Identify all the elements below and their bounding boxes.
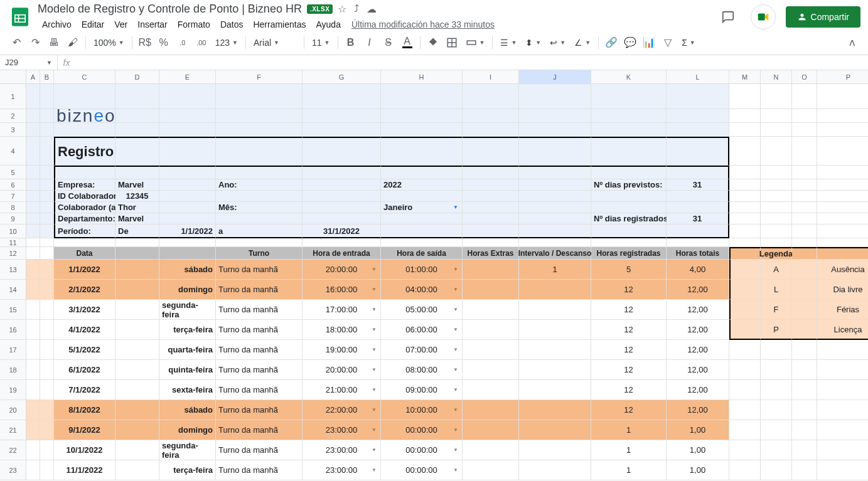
cell[interactable] <box>303 179 381 191</box>
currency-button[interactable]: R$ <box>136 34 154 51</box>
star-icon[interactable]: ☆ <box>338 3 346 15</box>
link-button[interactable]: 🔗 <box>603 34 620 51</box>
comments-icon[interactable] <box>715 4 741 29</box>
cell[interactable] <box>761 166 792 179</box>
cell[interactable] <box>463 380 519 400</box>
cell[interactable]: Janeiro▼ <box>381 202 463 213</box>
dropdown-icon[interactable]: ▼ <box>453 327 458 332</box>
cell[interactable] <box>26 400 40 420</box>
dropdown-icon[interactable]: ▼ <box>372 407 377 413</box>
cell[interactable] <box>115 340 159 360</box>
cell[interactable] <box>115 280 159 300</box>
cell[interactable] <box>519 179 591 191</box>
cell[interactable] <box>26 440 40 460</box>
cell[interactable] <box>26 280 40 300</box>
cell[interactable] <box>216 109 303 123</box>
dropdown-icon[interactable]: ▼ <box>372 467 377 473</box>
cell[interactable] <box>591 191 667 202</box>
cell[interactable] <box>792 247 817 260</box>
cell[interactable] <box>792 179 817 191</box>
cell[interactable] <box>303 213 381 225</box>
cell[interactable]: Turno da manhã <box>216 300 303 320</box>
row-header-5[interactable]: 5 <box>0 166 26 179</box>
menu-editar[interactable]: Editar <box>77 17 109 32</box>
cell[interactable] <box>729 440 761 460</box>
cell[interactable] <box>761 137 792 166</box>
cell[interactable] <box>761 360 792 380</box>
cell[interactable]: Colaborador (a): <box>54 202 115 213</box>
row-header-13[interactable]: 13 <box>0 260 26 280</box>
cell[interactable] <box>792 320 817 340</box>
cell[interactable] <box>519 320 591 340</box>
print-button[interactable]: 🖶 <box>45 34 63 51</box>
cell[interactable]: 31 <box>667 213 729 225</box>
cell[interactable]: Ano: <box>216 179 303 191</box>
meet-icon[interactable] <box>751 4 776 29</box>
dropdown-icon[interactable]: ▼ <box>453 287 458 292</box>
cell[interactable] <box>591 84 667 109</box>
cell[interactable] <box>817 202 868 213</box>
cell[interactable]: 1,00 <box>667 420 729 440</box>
cell[interactable] <box>463 191 519 202</box>
cell[interactable] <box>519 440 591 460</box>
sheet-title[interactable]: Registro de horas trabalhadas <box>54 137 115 166</box>
cell[interactable] <box>159 166 216 179</box>
cell[interactable] <box>463 460 519 480</box>
cell[interactable] <box>26 213 40 225</box>
cell[interactable] <box>26 202 40 213</box>
cell[interactable] <box>115 360 159 380</box>
dropdown-icon[interactable]: ▼ <box>453 307 458 312</box>
cell[interactable] <box>115 400 159 420</box>
cell[interactable] <box>792 420 817 440</box>
filter-button[interactable]: ▽ <box>659 34 677 51</box>
dropdown-icon[interactable]: ▼ <box>453 427 458 433</box>
cell[interactable] <box>792 191 817 202</box>
dropdown-icon[interactable]: ▼ <box>453 204 458 210</box>
cell[interactable] <box>26 238 40 247</box>
dropdown-icon[interactable]: ▼ <box>453 387 458 393</box>
cell[interactable]: 12,00 <box>667 280 729 300</box>
cell[interactable] <box>115 380 159 400</box>
cell[interactable] <box>40 280 54 300</box>
cell[interactable] <box>761 123 792 137</box>
cell[interactable]: Turno da manhã <box>216 280 303 300</box>
cell[interactable] <box>729 202 761 213</box>
cell[interactable]: 5 <box>591 260 667 280</box>
cell[interactable] <box>40 340 54 360</box>
col-header-P[interactable]: P <box>817 70 868 84</box>
cell[interactable]: Turno da manhã <box>216 360 303 380</box>
cell[interactable]: 00:00:00▼ <box>381 460 463 480</box>
dropdown-icon[interactable]: ▼ <box>453 267 458 272</box>
cell[interactable] <box>216 213 303 225</box>
row-header-14[interactable]: 14 <box>0 280 26 300</box>
cell[interactable]: 5/1/2022 <box>54 340 115 360</box>
dropdown-icon[interactable]: ▼ <box>372 367 377 373</box>
cell[interactable] <box>729 320 761 340</box>
dropdown-icon[interactable]: ▼ <box>372 427 377 433</box>
cell[interactable]: 12 <box>591 400 667 420</box>
cell[interactable] <box>26 380 40 400</box>
cell[interactable]: Turno da manhã <box>216 320 303 340</box>
cell[interactable] <box>729 360 761 380</box>
bold-button[interactable]: B <box>342 34 360 51</box>
cell[interactable] <box>667 225 729 238</box>
cell[interactable]: Horas totais <box>667 247 729 260</box>
cell[interactable] <box>817 400 868 420</box>
cell[interactable] <box>519 202 591 213</box>
cell[interactable] <box>792 380 817 400</box>
cell[interactable] <box>159 179 216 191</box>
cell[interactable] <box>463 340 519 360</box>
cell[interactable]: 1,00 <box>667 460 729 480</box>
cell[interactable] <box>26 84 40 109</box>
zoom-select[interactable]: 100%▼ <box>90 35 128 50</box>
cell[interactable] <box>40 137 54 166</box>
cell[interactable] <box>519 400 591 420</box>
cell[interactable]: 12345 <box>115 191 159 202</box>
cell[interactable]: 20:00:00▼ <box>303 360 381 380</box>
cell[interactable] <box>729 300 761 320</box>
cell[interactable]: 12 <box>591 380 667 400</box>
cell[interactable] <box>761 460 792 480</box>
expand-toolbar-button[interactable]: ʌ <box>843 34 860 51</box>
cell[interactable] <box>761 202 792 213</box>
cell[interactable] <box>159 123 216 137</box>
